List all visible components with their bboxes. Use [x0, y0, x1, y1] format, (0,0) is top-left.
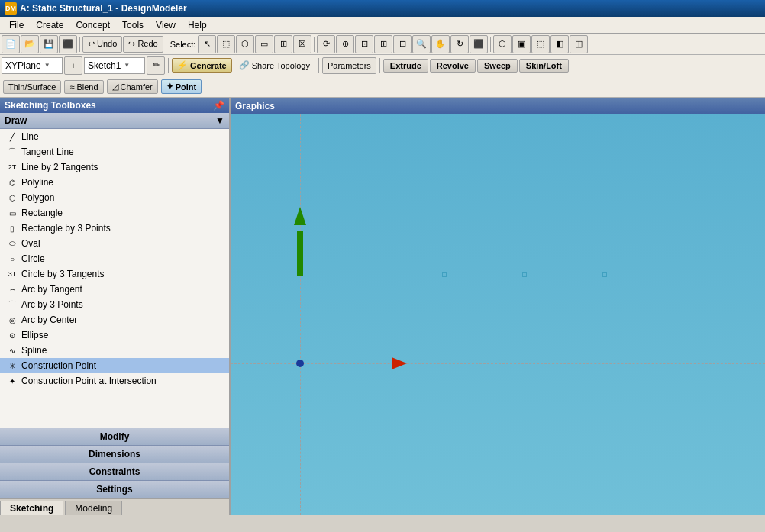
- draw-section: Draw ▼ ╱ Line ⌒ Tangent Line 2T Line by …: [0, 113, 229, 428]
- draw-item-rectangle[interactable]: ▭ Rectangle: [0, 205, 229, 221]
- plane-dropdown-arrow: ▼: [44, 62, 50, 69]
- draw-item-ellipse[interactable]: ⊙ Ellipse: [0, 327, 229, 343]
- zoom-fit[interactable]: ⊡: [355, 35, 373, 53]
- dimensions-label: Dimensions: [89, 449, 140, 459]
- skin-loft-button[interactable]: Skin/Loft: [519, 59, 569, 73]
- sep5: [168, 58, 169, 73]
- menu-concept[interactable]: Concept: [69, 18, 116, 32]
- sep6: [318, 58, 319, 73]
- draw-item-arc-by-3-points[interactable]: ⌒ Arc by 3 Points: [0, 297, 229, 312]
- draw-item-polyline[interactable]: ⌬ Polyline: [0, 175, 229, 190]
- zoom-box[interactable]: 🔍: [412, 35, 431, 53]
- dimensions-section[interactable]: Dimensions: [0, 446, 229, 463]
- draw-item-line-by-2-tangents[interactable]: 2T Line by 2 Tangents: [0, 160, 229, 175]
- new-button[interactable]: 📄: [2, 35, 20, 53]
- import-button[interactable]: ⬛: [59, 35, 77, 53]
- parameters-button[interactable]: Parameters: [322, 57, 376, 74]
- view-top[interactable]: ⬚: [531, 35, 550, 53]
- revolve-button[interactable]: Revolve: [430, 59, 476, 73]
- draw-item-arc-by-center[interactable]: ◎ Arc by Center: [0, 312, 229, 327]
- settings-section[interactable]: Settings: [0, 481, 229, 498]
- open-button[interactable]: 📂: [21, 35, 39, 53]
- y-axis-arrow: [294, 207, 306, 225]
- redo-button[interactable]: ↪ Redo: [123, 36, 163, 53]
- titlebar-title: A: Static Structural_1 - DesignModeler: [20, 3, 187, 14]
- view-front[interactable]: ▣: [512, 35, 531, 53]
- tab-sketching[interactable]: Sketching: [0, 501, 63, 515]
- select-box-button[interactable]: ⬚: [217, 35, 235, 53]
- sweep-button[interactable]: Sweep: [477, 59, 518, 73]
- select-button[interactable]: ↖: [198, 35, 216, 53]
- draw-item-construction-point-at-intersection[interactable]: ✦ Construction Point at Intersection: [0, 373, 229, 389]
- toolbox-pin[interactable]: 📌: [213, 100, 224, 111]
- titlebar: DM A: Static Structural_1 - DesignModele…: [0, 0, 765, 17]
- arc-ctr-icon: ◎: [6, 314, 18, 326]
- select-body-button[interactable]: ☒: [293, 35, 311, 53]
- extrude-button[interactable]: Extrude: [383, 59, 428, 73]
- oval-icon: ⬭: [6, 237, 18, 250]
- left-panel: Sketching Toolboxes 📌 Draw ▼ ╱ Line ⌒ Ta…: [0, 98, 231, 515]
- arc-ctr-label: Arc by Center: [21, 314, 77, 325]
- arc-3pt-label: Arc by 3 Points: [21, 299, 83, 310]
- arc-3pt-icon: ⌒: [6, 298, 18, 311]
- draw-item-spline[interactable]: ∿ Spline: [0, 343, 229, 358]
- chamfer-label: Chamfer: [121, 82, 153, 92]
- rotate[interactable]: ↻: [450, 35, 469, 53]
- pan[interactable]: ✋: [431, 35, 450, 53]
- line-icon: ╱: [6, 131, 18, 143]
- ref-point-1: [442, 272, 447, 277]
- menu-tools[interactable]: Tools: [116, 18, 150, 32]
- select-vertex-button[interactable]: ⊞: [274, 35, 292, 53]
- draw-item-rectangle-by-3-points[interactable]: ▯ Rectangle by 3 Points: [0, 221, 229, 236]
- blend-button[interactable]: ≈ Blend: [64, 80, 103, 94]
- sketch-btn[interactable]: ✏: [147, 56, 165, 75]
- draw-item-construction-point[interactable]: ✳ Construction Point: [0, 358, 229, 373]
- draw-item-tangent-line[interactable]: ⌒ Tangent Line: [0, 144, 229, 160]
- modify-section[interactable]: Modify: [0, 428, 229, 446]
- menu-view[interactable]: View: [150, 18, 182, 32]
- draw-items-list: ╱ Line ⌒ Tangent Line 2T Line by 2 Tange…: [0, 129, 229, 428]
- draw-item-arc-by-tangent[interactable]: ⌢ Arc by Tangent: [0, 282, 229, 297]
- zoom-out[interactable]: ⊟: [393, 35, 412, 53]
- thin-surface-button[interactable]: Thin/Surface: [3, 80, 61, 94]
- select-face-button[interactable]: ⬡: [236, 35, 254, 53]
- draw-item-line[interactable]: ╱ Line: [0, 129, 229, 144]
- menu-help[interactable]: Help: [182, 18, 213, 32]
- plane-label: XYPlane: [5, 60, 41, 71]
- constraints-section[interactable]: Constraints: [0, 463, 229, 481]
- view-iso[interactable]: ⬡: [493, 35, 512, 53]
- tangent-line-label: Tangent Line: [21, 147, 74, 157]
- draw-item-polygon[interactable]: ⬡ Polygon: [0, 190, 229, 205]
- view-3d[interactable]: ◫: [570, 35, 588, 53]
- undo-button[interactable]: ↩ Undo: [82, 36, 122, 53]
- tab-modeling[interactable]: Modeling: [65, 501, 122, 515]
- plane-dropdown[interactable]: XYPlane ▼: [2, 57, 63, 74]
- zoom-in[interactable]: ⊞: [374, 35, 392, 53]
- draw-item-oval[interactable]: ⬭ Oval: [0, 236, 229, 251]
- select-edge-button[interactable]: ▭: [255, 35, 273, 53]
- sketch-dropdown[interactable]: Sketch1 ▼: [84, 57, 145, 74]
- generate-icon: ⚡: [177, 60, 188, 70]
- view-btn2[interactable]: ⊕: [336, 35, 354, 53]
- point-button[interactable]: ✦ Point: [161, 79, 202, 94]
- graphics-canvas[interactable]: [231, 114, 765, 515]
- draw-item-circle[interactable]: ○ Circle: [0, 251, 229, 266]
- view-btn3[interactable]: ⬛: [470, 35, 488, 53]
- menu-file[interactable]: File: [3, 18, 30, 32]
- view-btn1[interactable]: ⟳: [317, 35, 335, 53]
- draw-item-circle-by-3-tangents[interactable]: 3T Circle by 3 Tangents: [0, 266, 229, 282]
- toolbox-title: Sketching Toolboxes: [5, 100, 96, 111]
- sep1: [79, 37, 80, 52]
- toolbar1: 📄 📂 💾 ⬛ ↩ Undo ↪ Redo Select: ↖ ⬚ ⬡ ▭ ⊞ …: [0, 34, 765, 55]
- arc-tan-label: Arc by Tangent: [21, 284, 82, 295]
- share-topology-button[interactable]: 🔗 Share Topology: [234, 58, 315, 73]
- generate-button[interactable]: ⚡ Generate: [172, 58, 232, 73]
- view-side[interactable]: ◧: [550, 35, 569, 53]
- toolbox-header: Sketching Toolboxes 📌: [0, 98, 229, 113]
- plane-btn[interactable]: +: [64, 56, 82, 75]
- draw-section-header[interactable]: Draw ▼: [0, 113, 229, 129]
- chamfer-button[interactable]: ◿ Chamfer: [107, 79, 158, 94]
- sketching-tab-label: Sketching: [10, 503, 53, 514]
- menu-create[interactable]: Create: [30, 18, 69, 32]
- save-button[interactable]: 💾: [40, 35, 58, 53]
